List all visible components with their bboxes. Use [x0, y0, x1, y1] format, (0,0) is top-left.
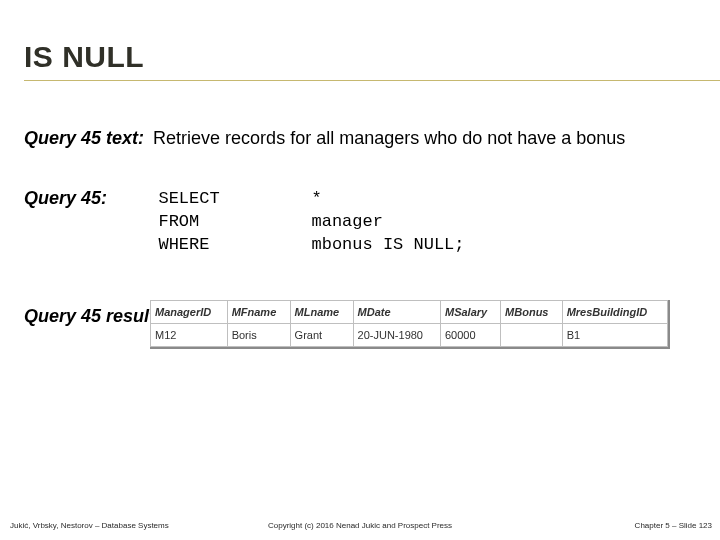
col-msalary: MSalary: [440, 301, 500, 324]
sql-select-arg: *: [312, 189, 322, 208]
col-mlname: MLname: [290, 301, 353, 324]
table-row: M12 Boris Grant 20-JUN-1980 60000 B1: [151, 324, 668, 347]
result-table-wrap: ManagerID MFname MLname MDate MSalary MB…: [150, 300, 670, 349]
query-text-row: Query 45 text: Retrieve records for all …: [24, 128, 700, 149]
result-label: Query 45 result:: [24, 306, 161, 327]
col-mresbuildingid: MresBuildingID: [562, 301, 667, 324]
col-mfname: MFname: [227, 301, 290, 324]
sql-where-arg: mbonus IS NULL;: [312, 235, 465, 254]
col-mbonus: MBonus: [501, 301, 563, 324]
sql-select-kw: SELECT: [158, 189, 219, 208]
sql-where-kw: WHERE: [158, 235, 209, 254]
table-header-row: ManagerID MFname MLname MDate MSalary MB…: [151, 301, 668, 324]
cell-managerid: M12: [151, 324, 228, 347]
footer-center: Copyright (c) 2016 Nenad Jukic and Prosp…: [0, 521, 720, 530]
col-mdate: MDate: [353, 301, 440, 324]
result-table: ManagerID MFname MLname MDate MSalary MB…: [150, 300, 668, 347]
cell-mdate: 20-JUN-1980: [353, 324, 440, 347]
sql-from-arg: manager: [311, 212, 382, 231]
footer-right: Chapter 5 – Slide 123: [635, 521, 712, 530]
cell-mfname: Boris: [227, 324, 290, 347]
title-rule: [24, 80, 720, 81]
cell-mbonus: [501, 324, 563, 347]
col-managerid: ManagerID: [151, 301, 228, 324]
sql-from-kw: FROM: [158, 212, 199, 231]
slide-title: IS NULL: [24, 40, 720, 74]
cell-mresbuildingid: B1: [562, 324, 667, 347]
query-sql-block: Query 45: SELECT * FROM manager WHERE mb…: [24, 188, 700, 257]
slide: IS NULL Query 45 text: Retrieve records …: [0, 0, 720, 540]
query-sql-code: SELECT * FROM manager WHERE mbonus IS NU…: [158, 188, 464, 257]
query-text-desc: Retrieve records for all managers who do…: [153, 128, 625, 148]
cell-mlname: Grant: [290, 324, 353, 347]
cell-msalary: 60000: [440, 324, 500, 347]
query-sql-label: Query 45:: [24, 188, 154, 209]
query-text-label: Query 45 text:: [24, 128, 144, 148]
